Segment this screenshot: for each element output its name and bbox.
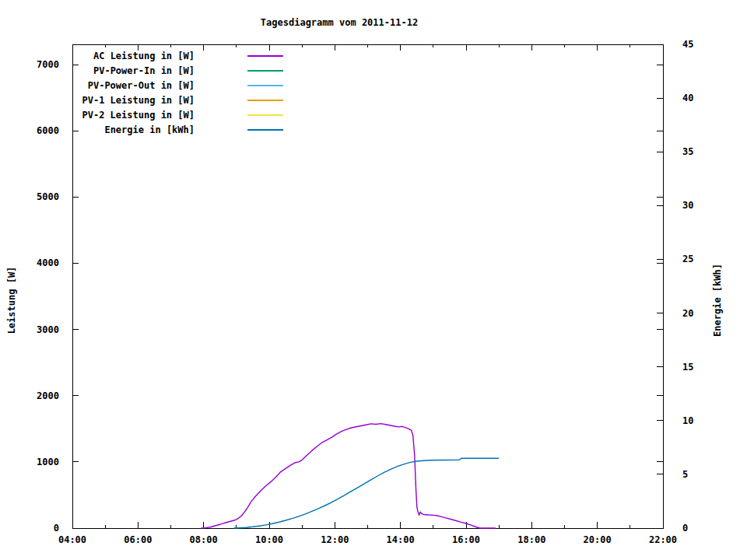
legend-item-pv-power-in-in-w: PV-Power-In in [W] bbox=[68, 63, 283, 78]
legend-item-pv-2-leistung-in-w: PV-2 Leistung in [W] bbox=[68, 107, 283, 122]
x-tick-label: 06:00 bbox=[124, 534, 152, 545]
series-line-ac-leistung-in-w bbox=[201, 424, 496, 528]
y-tick-label: 4000 bbox=[37, 257, 59, 268]
legend-item-pv-1-leistung-in-w: PV-1 Leistung in [W] bbox=[68, 93, 283, 107]
y2-tick-label: 5 bbox=[682, 469, 688, 480]
y2-tick-label: 25 bbox=[682, 254, 693, 264]
x-tick-label: 12:00 bbox=[321, 534, 349, 545]
legend-line-swatch bbox=[247, 100, 283, 101]
y2-tick-label: 20 bbox=[682, 308, 693, 319]
y-tick-label: 5000 bbox=[37, 191, 59, 202]
x-tick-label: 04:00 bbox=[58, 534, 86, 545]
y2-tick-label: 45 bbox=[682, 39, 693, 50]
legend-item-ac-leistung-in-w: AC Leistung in [W] bbox=[68, 48, 283, 63]
y-tick-label: 2000 bbox=[37, 390, 59, 401]
x-tick-label: 18:00 bbox=[517, 534, 545, 545]
legend-line-swatch bbox=[247, 85, 283, 86]
y2-tick-label: 35 bbox=[682, 146, 693, 157]
legend-item-pv-power-out-in-w: PV-Power-Out in [W] bbox=[68, 78, 283, 93]
x-tick-label: 10:00 bbox=[255, 534, 283, 545]
x-tick-label: 14:00 bbox=[387, 534, 415, 545]
y-tick-label: 1000 bbox=[37, 457, 59, 467]
legend-item-energie-in-kwh: Energie in [kWh] bbox=[68, 122, 283, 137]
y2-tick-label: 30 bbox=[682, 200, 693, 211]
legend-line-swatch bbox=[247, 55, 283, 57]
y2-tick-label: 40 bbox=[682, 93, 693, 103]
legend: AC Leistung in [W]PV-Power-In in [W]PV-P… bbox=[68, 48, 283, 137]
legend-line-swatch bbox=[247, 70, 283, 72]
legend-label: AC Leistung in [W] bbox=[68, 51, 195, 61]
legend-label: PV-2 Leistung in [W] bbox=[68, 110, 195, 121]
legend-label: PV-Power-Out in [W] bbox=[68, 80, 195, 91]
y-tick-label: 6000 bbox=[37, 125, 59, 136]
x-tick-label: 16:00 bbox=[452, 534, 480, 545]
legend-line-swatch bbox=[247, 129, 283, 131]
x-tick-label: 22:00 bbox=[649, 534, 677, 545]
y2-tick-label: 0 bbox=[682, 523, 688, 534]
y-tick-label: 7000 bbox=[37, 59, 59, 70]
x-tick-label: 08:00 bbox=[190, 534, 218, 545]
y2-tick-label: 10 bbox=[682, 415, 693, 426]
y-tick-label: 0 bbox=[54, 523, 59, 534]
y2-tick-label: 15 bbox=[682, 362, 693, 373]
legend-label: PV-Power-In in [W] bbox=[68, 65, 195, 76]
series-line-energie-in-kwh bbox=[234, 458, 500, 528]
legend-line-swatch bbox=[247, 114, 283, 116]
legend-label: PV-1 Leistung in [W] bbox=[68, 95, 195, 106]
legend-label: Energie in [kWh] bbox=[68, 124, 195, 135]
y-tick-label: 3000 bbox=[37, 324, 59, 335]
x-tick-label: 20:00 bbox=[584, 534, 612, 545]
chart-canvas: Tagesdiagramm vom 2011-11-12 Leistung [W… bbox=[0, 0, 747, 560]
